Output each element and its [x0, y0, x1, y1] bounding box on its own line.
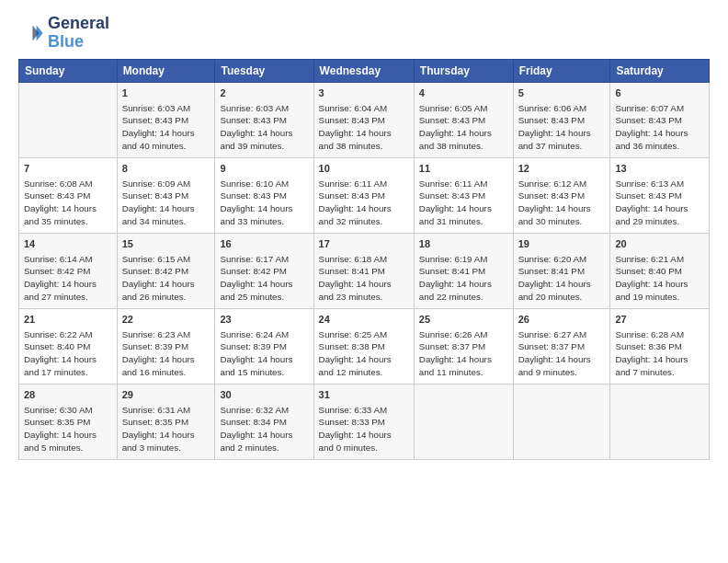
day-number: 3 [319, 86, 409, 101]
day-number: 18 [419, 237, 508, 252]
day-number: 28 [24, 388, 112, 403]
day-number: 11 [419, 162, 508, 177]
calendar-cell: 19Sunrise: 6:20 AM Sunset: 8:41 PM Dayli… [513, 233, 610, 308]
cell-content: Sunrise: 6:33 AM Sunset: 8:33 PM Dayligh… [319, 404, 409, 455]
week-row-5: 28Sunrise: 6:30 AM Sunset: 8:35 PM Dayli… [19, 384, 710, 459]
day-number: 4 [419, 86, 508, 101]
day-number: 16 [220, 237, 308, 252]
calendar-cell [19, 82, 118, 157]
calendar-cell: 4Sunrise: 6:05 AM Sunset: 8:43 PM Daylig… [414, 82, 513, 157]
calendar-cell: 30Sunrise: 6:32 AM Sunset: 8:34 PM Dayli… [215, 384, 313, 459]
calendar-cell: 29Sunrise: 6:31 AM Sunset: 8:35 PM Dayli… [117, 384, 215, 459]
cell-content: Sunrise: 6:14 AM Sunset: 8:42 PM Dayligh… [24, 253, 112, 304]
cell-content: Sunrise: 6:25 AM Sunset: 8:38 PM Dayligh… [319, 328, 409, 380]
day-number: 19 [518, 237, 606, 252]
cell-content: Sunrise: 6:17 AM Sunset: 8:42 PM Dayligh… [220, 253, 308, 304]
col-header-saturday: Saturday [610, 59, 710, 82]
calendar-cell: 17Sunrise: 6:18 AM Sunset: 8:41 PM Dayli… [313, 233, 414, 308]
day-number: 20 [615, 237, 704, 252]
day-number: 5 [518, 86, 606, 101]
calendar-cell: 5Sunrise: 6:06 AM Sunset: 8:43 PM Daylig… [513, 82, 610, 157]
calendar-cell: 21Sunrise: 6:22 AM Sunset: 8:40 PM Dayli… [19, 308, 118, 384]
calendar-cell: 27Sunrise: 6:28 AM Sunset: 8:36 PM Dayli… [610, 308, 710, 384]
col-header-sunday: Sunday [19, 59, 118, 82]
day-number: 31 [319, 388, 409, 403]
calendar-cell [610, 384, 710, 459]
week-row-2: 7Sunrise: 6:08 AM Sunset: 8:43 PM Daylig… [19, 157, 710, 233]
cell-content: Sunrise: 6:13 AM Sunset: 8:43 PM Dayligh… [615, 178, 704, 229]
cell-content: Sunrise: 6:03 AM Sunset: 8:43 PM Dayligh… [220, 102, 308, 154]
day-number: 13 [615, 162, 704, 177]
cell-content: Sunrise: 6:05 AM Sunset: 8:43 PM Dayligh… [419, 102, 508, 154]
calendar-cell: 18Sunrise: 6:19 AM Sunset: 8:41 PM Dayli… [414, 233, 513, 308]
col-header-tuesday: Tuesday [215, 59, 313, 82]
calendar-cell: 25Sunrise: 6:26 AM Sunset: 8:37 PM Dayli… [414, 308, 513, 384]
cell-content: Sunrise: 6:23 AM Sunset: 8:39 PM Dayligh… [122, 328, 210, 380]
day-number: 24 [319, 313, 409, 327]
day-number: 17 [319, 237, 409, 252]
calendar-cell: 13Sunrise: 6:13 AM Sunset: 8:43 PM Dayli… [610, 157, 710, 233]
col-header-thursday: Thursday [414, 59, 513, 82]
header: General Blue [18, 15, 710, 52]
calendar-cell [513, 384, 610, 459]
day-number: 23 [220, 313, 308, 327]
day-number: 10 [319, 162, 409, 177]
cell-content: Sunrise: 6:31 AM Sunset: 8:35 PM Dayligh… [122, 404, 210, 455]
calendar-cell: 3Sunrise: 6:04 AM Sunset: 8:43 PM Daylig… [313, 82, 414, 157]
day-number: 6 [615, 86, 704, 101]
day-number: 26 [518, 313, 606, 327]
calendar-cell: 9Sunrise: 6:10 AM Sunset: 8:43 PM Daylig… [215, 157, 313, 233]
cell-content: Sunrise: 6:15 AM Sunset: 8:42 PM Dayligh… [122, 253, 210, 304]
cell-content: Sunrise: 6:10 AM Sunset: 8:43 PM Dayligh… [220, 178, 308, 229]
logo: General Blue [18, 15, 109, 52]
day-number: 2 [220, 86, 308, 101]
cell-content: Sunrise: 6:12 AM Sunset: 8:43 PM Dayligh… [518, 178, 606, 229]
calendar-cell: 22Sunrise: 6:23 AM Sunset: 8:39 PM Dayli… [117, 308, 215, 384]
col-header-wednesday: Wednesday [313, 59, 414, 82]
cell-content: Sunrise: 6:03 AM Sunset: 8:43 PM Dayligh… [122, 102, 210, 154]
calendar-cell [414, 384, 513, 459]
calendar-table: SundayMondayTuesdayWednesdayThursdayFrid… [18, 59, 710, 460]
day-number: 15 [122, 237, 210, 252]
cell-content: Sunrise: 6:32 AM Sunset: 8:34 PM Dayligh… [220, 404, 308, 455]
day-number: 7 [24, 162, 112, 177]
cell-content: Sunrise: 6:19 AM Sunset: 8:41 PM Dayligh… [419, 253, 508, 304]
cell-content: Sunrise: 6:28 AM Sunset: 8:36 PM Dayligh… [615, 328, 704, 380]
day-number: 29 [122, 388, 210, 403]
calendar-cell: 28Sunrise: 6:30 AM Sunset: 8:35 PM Dayli… [19, 384, 118, 459]
cell-content: Sunrise: 6:22 AM Sunset: 8:40 PM Dayligh… [24, 328, 112, 380]
logo-icon [18, 20, 44, 46]
calendar-cell: 23Sunrise: 6:24 AM Sunset: 8:39 PM Dayli… [215, 308, 313, 384]
header-row: SundayMondayTuesdayWednesdayThursdayFrid… [19, 59, 710, 82]
calendar-cell: 8Sunrise: 6:09 AM Sunset: 8:43 PM Daylig… [117, 157, 215, 233]
calendar-cell: 14Sunrise: 6:14 AM Sunset: 8:42 PM Dayli… [19, 233, 118, 308]
cell-content: Sunrise: 6:30 AM Sunset: 8:35 PM Dayligh… [24, 404, 112, 455]
day-number: 21 [24, 313, 112, 327]
logo-name-blue: Blue [48, 33, 109, 52]
week-row-1: 1Sunrise: 6:03 AM Sunset: 8:43 PM Daylig… [19, 82, 710, 157]
cell-content: Sunrise: 6:24 AM Sunset: 8:39 PM Dayligh… [220, 328, 308, 380]
logo-name-general: General [48, 15, 109, 33]
calendar-cell: 15Sunrise: 6:15 AM Sunset: 8:42 PM Dayli… [117, 233, 215, 308]
cell-content: Sunrise: 6:18 AM Sunset: 8:41 PM Dayligh… [319, 253, 409, 304]
day-number: 9 [220, 162, 308, 177]
calendar-cell: 12Sunrise: 6:12 AM Sunset: 8:43 PM Dayli… [513, 157, 610, 233]
cell-content: Sunrise: 6:07 AM Sunset: 8:43 PM Dayligh… [615, 102, 704, 154]
calendar-cell: 7Sunrise: 6:08 AM Sunset: 8:43 PM Daylig… [19, 157, 118, 233]
cell-content: Sunrise: 6:06 AM Sunset: 8:43 PM Dayligh… [518, 102, 606, 154]
calendar-cell: 31Sunrise: 6:33 AM Sunset: 8:33 PM Dayli… [313, 384, 414, 459]
cell-content: Sunrise: 6:08 AM Sunset: 8:43 PM Dayligh… [24, 178, 112, 229]
calendar-cell: 11Sunrise: 6:11 AM Sunset: 8:43 PM Dayli… [414, 157, 513, 233]
day-number: 14 [24, 237, 112, 252]
calendar-cell: 16Sunrise: 6:17 AM Sunset: 8:42 PM Dayli… [215, 233, 313, 308]
day-number: 30 [220, 388, 308, 403]
cell-content: Sunrise: 6:21 AM Sunset: 8:40 PM Dayligh… [615, 253, 704, 304]
col-header-friday: Friday [513, 59, 610, 82]
week-row-3: 14Sunrise: 6:14 AM Sunset: 8:42 PM Dayli… [19, 233, 710, 308]
cell-content: Sunrise: 6:26 AM Sunset: 8:37 PM Dayligh… [419, 328, 508, 380]
calendar-cell: 6Sunrise: 6:07 AM Sunset: 8:43 PM Daylig… [610, 82, 710, 157]
day-number: 8 [122, 162, 210, 177]
calendar-cell: 1Sunrise: 6:03 AM Sunset: 8:43 PM Daylig… [117, 82, 215, 157]
calendar-cell: 10Sunrise: 6:11 AM Sunset: 8:43 PM Dayli… [313, 157, 414, 233]
calendar-cell: 20Sunrise: 6:21 AM Sunset: 8:40 PM Dayli… [610, 233, 710, 308]
